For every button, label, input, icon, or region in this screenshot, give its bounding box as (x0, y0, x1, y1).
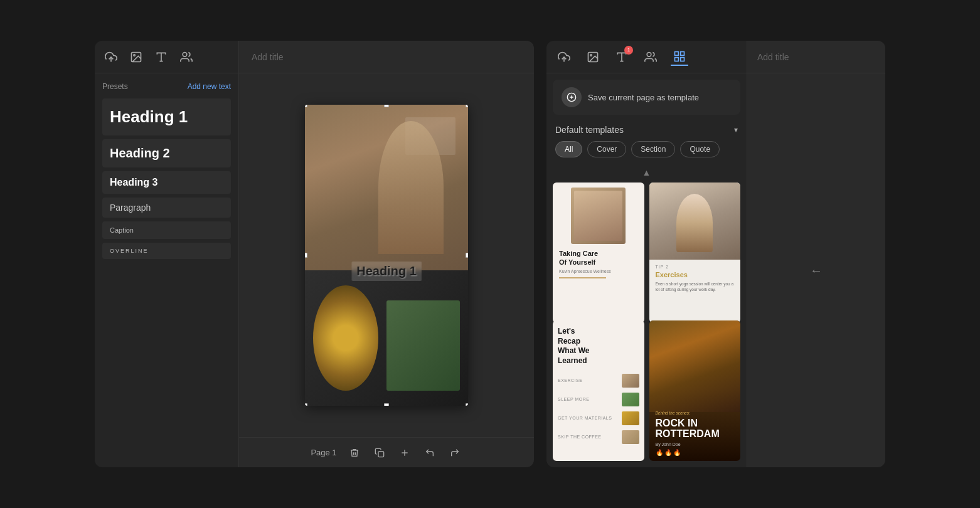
right-grid-icon[interactable] (671, 48, 688, 66)
svg-point-5 (183, 52, 187, 56)
redo-icon[interactable] (447, 445, 462, 460)
undo-icon[interactable] (422, 445, 437, 460)
t2-body: Even a short yoga session will center yo… (656, 281, 735, 292)
left-canvas-header: Add title (239, 41, 534, 73)
t2-image (649, 183, 741, 260)
t2-content: TIP 2 Exercises Even a short yoga sessio… (649, 260, 741, 323)
canvas-footer: Page 1 (239, 437, 534, 467)
t4-background (649, 320, 741, 411)
filter-tab-quote[interactable]: Quote (680, 141, 720, 157)
back-arrow-icon[interactable]: ← (810, 263, 823, 278)
svg-rect-15 (675, 51, 679, 55)
t3-item-coffee: SKIP THE COFFEE (558, 430, 639, 444)
resize-handle-tr[interactable] (466, 105, 468, 107)
flame-2: 🔥 (664, 449, 672, 456)
preset-caption[interactable]: Caption (102, 221, 231, 239)
delete-icon[interactable] (347, 445, 362, 460)
t3-label-sleep: SLEEP MORE (558, 397, 618, 401)
resize-handle-tm[interactable] (384, 105, 389, 107)
add-new-text-button[interactable]: Add new text (188, 82, 231, 91)
presets-header: Presets Add new text (102, 82, 231, 91)
scroll-up-indicator: ▲ (546, 165, 747, 183)
right-image-icon[interactable] (584, 48, 602, 66)
t2-tag: TIP 2 (656, 265, 735, 269)
template-card-taking-care[interactable]: Taking CareOf Yourself Kuvin Apreescue W… (553, 183, 644, 323)
sidebar-content: Presets Add new text Heading 1 Heading 2… (95, 73, 238, 272)
right-add-title[interactable]: Add title (757, 52, 789, 62)
resize-handle-bm[interactable] (384, 403, 389, 406)
right-text-icon[interactable]: 1 (613, 48, 631, 66)
t1-title: Taking CareOf Yourself (559, 249, 638, 267)
chevron-down-icon[interactable]: ▾ (734, 125, 738, 134)
resize-handle-br[interactable] (466, 403, 468, 406)
right-toolbar: 1 (546, 41, 747, 73)
image-icon[interactable] (129, 50, 144, 65)
template-card-exercises[interactable]: TIP 2 Exercises Even a short yoga sessio… (649, 183, 741, 323)
text-icon[interactable] (154, 50, 169, 65)
t3-item-materials: GET YOUR MATERIALS (558, 411, 639, 425)
right-canvas-header: Add title (747, 41, 885, 73)
t3-label-exercise: EXERCISE (558, 378, 618, 383)
t4-title: ROCK INROTTERDAM (656, 418, 735, 440)
svg-point-14 (647, 52, 651, 56)
save-template-button[interactable]: Save current page as template (553, 80, 740, 115)
t3-item-sleep: SLEEP MORE (558, 393, 639, 406)
template-card-rock-rotterdam[interactable]: Behind the scenes: ROCK INROTTERDAM By J… (649, 320, 741, 461)
save-template-icon (562, 87, 582, 107)
left-toolbar (95, 41, 238, 73)
t3-img-exercise (622, 374, 639, 388)
save-template-label: Save current page as template (588, 93, 699, 102)
default-templates-label: Default templates (555, 125, 624, 135)
people-icon[interactable] (179, 50, 194, 65)
right-upload-icon[interactable] (555, 48, 573, 66)
svg-rect-17 (681, 57, 684, 61)
svg-rect-6 (378, 452, 384, 457)
svg-point-2 (134, 54, 136, 56)
flame-3: 🔥 (673, 449, 681, 456)
page-heading-text[interactable]: Heading 1 (351, 262, 422, 281)
t4-flames: 🔥 🔥 🔥 (656, 449, 735, 456)
photo-laptop-area (386, 300, 460, 391)
t1-content: Taking CareOf Yourself Kuvin Apreescue W… (553, 244, 644, 323)
preset-h3[interactable]: Heading 3 (102, 171, 231, 194)
add-title-input[interactable]: Add title (252, 52, 284, 62)
filter-tab-cover[interactable]: Cover (587, 141, 626, 157)
upload-icon[interactable] (104, 50, 119, 65)
templates-grid: Taking CareOf Yourself Kuvin Apreescue W… (546, 183, 747, 467)
preset-paragraph[interactable]: Paragraph (102, 198, 231, 218)
t4-content: Behind the scenes: ROCK INROTTERDAM By J… (649, 406, 741, 461)
t3-img-sleep (622, 393, 639, 406)
duplicate-icon[interactable] (372, 445, 387, 460)
t3-img-coffee (622, 430, 639, 444)
page-canvas[interactable]: Heading 1 (305, 105, 468, 406)
resize-handle-tl[interactable] (305, 105, 307, 107)
presets-label: Presets (102, 82, 128, 91)
right-people-icon[interactable] (642, 48, 659, 66)
t4-tag: Behind the scenes: (656, 411, 735, 415)
preset-overline[interactable]: OVERLINE (102, 243, 231, 259)
t3-img-materials (622, 411, 639, 425)
filter-tab-all[interactable]: All (555, 141, 582, 157)
default-templates-header: Default templates ▾ (546, 121, 747, 141)
right-canvas-area: ← (747, 73, 885, 467)
right-canvas: Add title ← (747, 41, 885, 467)
filter-tab-section[interactable]: Section (631, 141, 675, 157)
canvas-area[interactable]: Heading 1 (239, 73, 534, 437)
svg-rect-16 (681, 51, 684, 55)
t1-image (571, 188, 626, 244)
t4-author: By John Doe (656, 442, 735, 447)
template-card-recap[interactable]: Let'sRecapWhat WeLearned EXERCISE SLEEP … (553, 320, 644, 461)
t2-title: Exercises (656, 271, 735, 278)
page-image (305, 105, 468, 406)
resize-handle-bl[interactable] (305, 403, 307, 406)
right-sidebar: 1 Save cu (546, 41, 747, 467)
t3-label-materials: GET YOUR MATERIALS (558, 416, 618, 420)
add-page-icon[interactable] (397, 445, 412, 460)
scroll-up-arrow[interactable]: ▲ (642, 167, 651, 177)
preset-h2[interactable]: Heading 2 (102, 139, 231, 167)
resize-handle-mr[interactable] (466, 253, 468, 258)
filter-tabs: All Cover Section Quote (546, 141, 747, 165)
t1-decoration-line (559, 277, 606, 278)
preset-h1[interactable]: Heading 1 (102, 98, 231, 135)
resize-handle-ml[interactable] (305, 253, 307, 258)
